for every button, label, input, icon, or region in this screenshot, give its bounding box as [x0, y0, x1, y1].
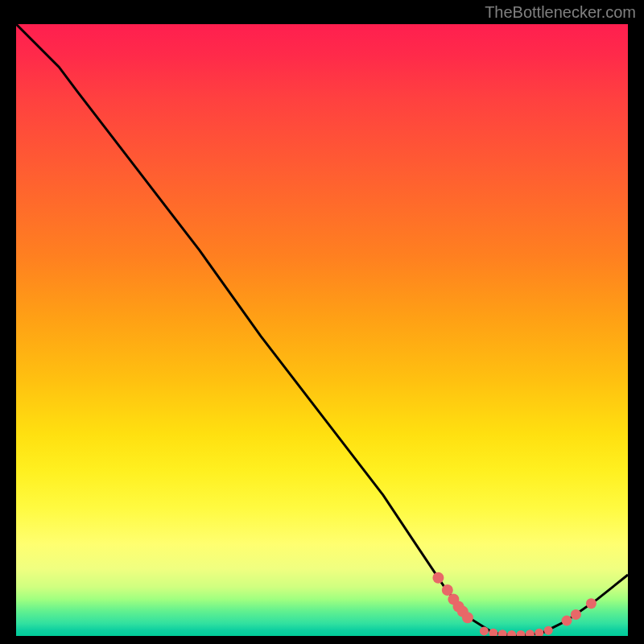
data-markers: [432, 572, 597, 636]
data-marker: [507, 630, 516, 636]
curve-line: [16, 24, 628, 636]
attribution-text: TheBottlenecker.com: [485, 3, 636, 22]
chart-area: [16, 24, 628, 636]
data-marker: [571, 609, 581, 620]
data-marker: [535, 629, 543, 636]
data-marker: [544, 626, 553, 635]
data-marker: [498, 630, 507, 636]
data-marker: [517, 630, 526, 636]
data-marker: [526, 630, 535, 636]
data-marker: [562, 616, 572, 626]
data-marker: [462, 612, 473, 623]
bottleneck-curve: [16, 24, 628, 636]
data-marker: [442, 584, 453, 596]
data-marker: [432, 572, 444, 584]
chart-svg: [16, 24, 628, 636]
data-marker: [586, 598, 597, 609]
data-marker: [480, 626, 489, 635]
